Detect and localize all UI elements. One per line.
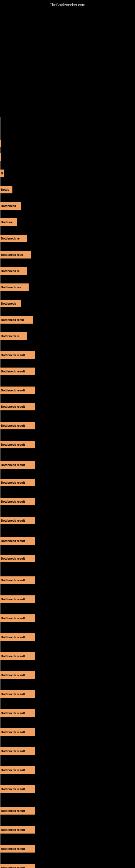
bar-row: Bottleneck result xyxy=(0,844,135,854)
bar-row: Bottlene xyxy=(0,217,135,227)
bar-row xyxy=(0,122,135,132)
bar-row: Bottleneck xyxy=(0,299,135,308)
result-bar: Bottleneck result xyxy=(0,422,35,429)
bar-row: Bottleneck result xyxy=(0,350,135,360)
result-bar: Bottleneck result xyxy=(0,461,35,469)
result-bar: Bottleneck result xyxy=(0,690,35,698)
bar-label: Bottleneck result xyxy=(1,389,25,392)
result-bar: Bottleneck result xyxy=(0,498,35,505)
bar-label: Bottleneck xyxy=(1,204,16,208)
result-bar: Bottleneck result xyxy=(0,785,35,793)
bar-row: Bottleneck result xyxy=(0,594,135,604)
bar-row: Bottleneck result xyxy=(0,689,135,699)
result-bar: Bottleneck result xyxy=(0,709,35,717)
result-bar xyxy=(0,153,1,161)
result-bar: Bottleneck result xyxy=(0,537,35,545)
bar-label: Bottleneck result xyxy=(1,692,25,696)
bar-row: Bottleneck result xyxy=(0,460,135,470)
bar-row: Bottleneck result xyxy=(0,440,135,450)
result-bar: Bottle xyxy=(0,186,12,193)
result-bar: Bottlene xyxy=(0,218,17,226)
bar-label: Bottleneck result xyxy=(1,443,25,446)
result-bar: Bottleneck result xyxy=(0,728,35,736)
bar-label: Bottleneck resul xyxy=(1,318,24,321)
bar-label: Bottleneck result xyxy=(1,866,25,868)
bar-label: Bottleneck result xyxy=(1,579,25,582)
result-bar: Bottleneck result xyxy=(0,826,35,834)
result-bar: Bottleneck xyxy=(0,202,21,210)
result-bar: Bottleneck result xyxy=(0,652,35,660)
result-bar: Bottleneck result xyxy=(0,614,35,622)
result-bar: Bottleneck re xyxy=(0,332,27,340)
bar-row: Bottleneck result xyxy=(0,727,135,737)
result-bar: B xyxy=(0,169,4,177)
bar-row: Bottleneck result xyxy=(0,554,135,563)
bar-row xyxy=(0,138,135,148)
result-bar: Bottleneck result xyxy=(0,517,35,524)
bar-row: Bottleneck resu xyxy=(0,250,135,259)
bar-label: Bottleneck result xyxy=(1,617,25,620)
bar-label: Bottleneck xyxy=(1,302,16,305)
bar-row: Bottleneck result xyxy=(0,536,135,546)
bar-row: Bottleneck re xyxy=(0,234,135,243)
bar-label: Bottleneck res xyxy=(1,286,21,289)
bar-row: Bottleneck result xyxy=(0,651,135,661)
bar-label: Bottleneck result xyxy=(1,712,25,715)
bar-label: Bottleneck result xyxy=(1,731,25,734)
bar-row: Bottleneck result xyxy=(0,708,135,718)
bar-label: Bottleneck result xyxy=(1,597,25,601)
bar-label: Bottleneck result xyxy=(1,809,25,812)
bar-row: Bottleneck res xyxy=(0,282,135,292)
result-bar: Bottleneck result xyxy=(0,633,35,641)
result-bar: Bottleneck result xyxy=(0,671,35,679)
bar-row: Bottleneck result xyxy=(0,613,135,623)
result-bar: Bottleneck result xyxy=(0,845,35,852)
bar-label: Bottleneck result xyxy=(1,769,25,772)
bar-label: Bottle xyxy=(1,188,9,191)
result-bar: Bottleneck result xyxy=(0,864,35,868)
bar-label: Bottleneck result xyxy=(1,557,25,560)
bar-row: Bottleneck re xyxy=(0,266,135,276)
bar-label: Bottleneck result xyxy=(1,370,25,373)
result-bar: Bottleneck xyxy=(0,300,21,307)
result-bar: Bottleneck result xyxy=(0,807,35,814)
result-bar: Bottleneck result xyxy=(0,595,35,603)
result-bar: Bottleneck result xyxy=(0,368,35,375)
bar-row: Bottleneck result xyxy=(0,516,135,525)
bar-label: Bottlene xyxy=(1,220,13,224)
bar-label: Bottleneck result xyxy=(1,539,25,542)
bar-label: Bottleneck result xyxy=(1,787,25,791)
bar-label: Bottleneck result xyxy=(1,828,25,831)
result-bar: Bottleneck result xyxy=(0,386,35,394)
bar-row: Bottleneck result xyxy=(0,765,135,775)
result-bar: Bottleneck result xyxy=(0,766,35,774)
bar-row: Bottleneck result xyxy=(0,385,135,395)
result-bar: Bottleneck result xyxy=(0,577,35,584)
bar-row: Bottleneck result xyxy=(0,575,135,585)
bar-label: Bottleneck re xyxy=(1,237,20,240)
bars-container: BBottleBottleneckBottleneBottleneck reBo… xyxy=(0,8,135,868)
bar-row: B xyxy=(0,168,135,178)
bar-row: Bottleneck result xyxy=(0,670,135,680)
bar-row: Bottleneck re xyxy=(0,331,135,341)
bar-row: Bottleneck result xyxy=(0,825,135,835)
result-bar: Bottleneck re xyxy=(0,267,27,275)
bar-row: Bottleneck xyxy=(0,201,135,211)
bar-label: Bottleneck result xyxy=(1,519,25,522)
bar-row: Bottleneck result xyxy=(0,367,135,376)
bar-row: Bottleneck result xyxy=(0,746,135,756)
bar-row: Bottleneck result xyxy=(0,402,135,411)
result-bar: Bottleneck result xyxy=(0,441,35,448)
result-bar: Bottleneck result xyxy=(0,479,35,486)
bar-label: Bottleneck result xyxy=(1,405,25,408)
result-bar: Bottleneck resul xyxy=(0,316,33,323)
bar-row: Bottleneck result xyxy=(0,421,135,431)
bar-row: Bottleneck result xyxy=(0,784,135,794)
bar-label: Bottleneck result xyxy=(1,463,25,467)
bar-label: Bottleneck result xyxy=(1,674,25,677)
bar-label: Bottleneck result xyxy=(1,847,25,850)
result-bar: Bottleneck result xyxy=(0,747,35,755)
bar-label: Bottleneck result xyxy=(1,636,25,639)
site-title: TheBottlenecker.com xyxy=(0,0,135,8)
result-bar: Bottleneck result xyxy=(0,403,35,410)
